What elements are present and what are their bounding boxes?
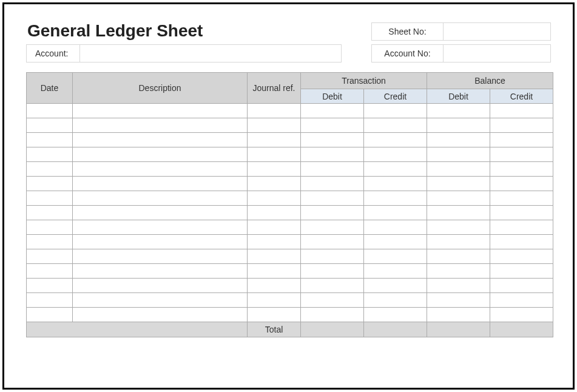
cell-date[interactable] — [27, 249, 73, 264]
cell-description[interactable] — [73, 249, 248, 264]
cell-txCredit[interactable] — [364, 118, 427, 133]
cell-ref[interactable] — [248, 206, 301, 220]
cell-date[interactable] — [27, 279, 73, 293]
cell-balCredit[interactable] — [490, 147, 553, 162]
cell-txDebit[interactable] — [301, 118, 364, 133]
cell-txCredit[interactable] — [364, 177, 427, 191]
cell-balCredit[interactable] — [490, 162, 553, 177]
cell-description[interactable] — [73, 147, 248, 162]
cell-description[interactable] — [73, 118, 248, 133]
cell-balCredit[interactable] — [490, 279, 553, 293]
cell-txCredit[interactable] — [364, 293, 427, 308]
cell-ref[interactable] — [248, 264, 301, 279]
cell-balDebit[interactable] — [427, 177, 490, 191]
cell-balDebit[interactable] — [427, 249, 490, 264]
cell-txDebit[interactable] — [301, 206, 364, 220]
cell-txDebit[interactable] — [301, 308, 364, 322]
cell-balCredit[interactable] — [490, 133, 553, 147]
cell-txCredit[interactable] — [364, 133, 427, 147]
cell-txCredit[interactable] — [364, 220, 427, 235]
cell-txDebit[interactable] — [301, 264, 364, 279]
cell-balDebit[interactable] — [427, 162, 490, 177]
cell-balCredit[interactable] — [490, 104, 553, 118]
cell-txDebit[interactable] — [301, 235, 364, 249]
cell-balCredit[interactable] — [490, 249, 553, 264]
cell-date[interactable] — [27, 191, 73, 206]
cell-txDebit[interactable] — [301, 191, 364, 206]
cell-ref[interactable] — [248, 235, 301, 249]
cell-description[interactable] — [73, 162, 248, 177]
cell-balCredit[interactable] — [490, 118, 553, 133]
cell-txCredit[interactable] — [364, 104, 427, 118]
cell-description[interactable] — [73, 177, 248, 191]
cell-balCredit[interactable] — [490, 293, 553, 308]
cell-description[interactable] — [73, 191, 248, 206]
cell-date[interactable] — [27, 264, 73, 279]
cell-ref[interactable] — [248, 118, 301, 133]
cell-txDebit[interactable] — [301, 220, 364, 235]
cell-txCredit[interactable] — [364, 162, 427, 177]
cell-balDebit[interactable] — [427, 235, 490, 249]
cell-balDebit[interactable] — [427, 191, 490, 206]
cell-date[interactable] — [27, 162, 73, 177]
cell-ref[interactable] — [248, 162, 301, 177]
cell-balDebit[interactable] — [427, 104, 490, 118]
cell-ref[interactable] — [248, 177, 301, 191]
cell-description[interactable] — [73, 235, 248, 249]
cell-balCredit[interactable] — [490, 191, 553, 206]
cell-ref[interactable] — [248, 147, 301, 162]
cell-description[interactable] — [73, 133, 248, 147]
cell-txCredit[interactable] — [364, 235, 427, 249]
cell-balCredit[interactable] — [490, 177, 553, 191]
cell-description[interactable] — [73, 220, 248, 235]
cell-date[interactable] — [27, 206, 73, 220]
cell-ref[interactable] — [248, 104, 301, 118]
cell-balCredit[interactable] — [490, 235, 553, 249]
cell-ref[interactable] — [248, 191, 301, 206]
cell-description[interactable] — [73, 264, 248, 279]
cell-balCredit[interactable] — [490, 206, 553, 220]
cell-balDebit[interactable] — [427, 206, 490, 220]
cell-balDebit[interactable] — [427, 293, 490, 308]
cell-balDebit[interactable] — [427, 133, 490, 147]
cell-balCredit[interactable] — [490, 264, 553, 279]
cell-ref[interactable] — [248, 249, 301, 264]
cell-date[interactable] — [27, 118, 73, 133]
cell-txCredit[interactable] — [364, 191, 427, 206]
cell-txDebit[interactable] — [301, 293, 364, 308]
cell-date[interactable] — [27, 293, 73, 308]
cell-txCredit[interactable] — [364, 264, 427, 279]
cell-date[interactable] — [27, 133, 73, 147]
cell-txDebit[interactable] — [301, 147, 364, 162]
cell-ref[interactable] — [248, 308, 301, 322]
cell-txCredit[interactable] — [364, 147, 427, 162]
cell-date[interactable] — [27, 147, 73, 162]
cell-ref[interactable] — [248, 293, 301, 308]
cell-ref[interactable] — [248, 220, 301, 235]
cell-date[interactable] — [27, 177, 73, 191]
cell-date[interactable] — [27, 104, 73, 118]
cell-ref[interactable] — [248, 133, 301, 147]
sheet-no-value[interactable] — [444, 23, 550, 40]
cell-txDebit[interactable] — [301, 133, 364, 147]
cell-description[interactable] — [73, 279, 248, 293]
cell-description[interactable] — [73, 308, 248, 322]
cell-txCredit[interactable] — [364, 308, 427, 322]
cell-txCredit[interactable] — [364, 206, 427, 220]
cell-balDebit[interactable] — [427, 220, 490, 235]
cell-date[interactable] — [27, 235, 73, 249]
cell-txDebit[interactable] — [301, 104, 364, 118]
cell-balDebit[interactable] — [427, 308, 490, 322]
cell-balCredit[interactable] — [490, 308, 553, 322]
cell-balDebit[interactable] — [427, 264, 490, 279]
cell-balDebit[interactable] — [427, 118, 490, 133]
account-value[interactable] — [80, 45, 341, 62]
account-no-value[interactable] — [444, 45, 550, 62]
cell-txDebit[interactable] — [301, 279, 364, 293]
cell-txDebit[interactable] — [301, 162, 364, 177]
cell-balCredit[interactable] — [490, 220, 553, 235]
cell-txDebit[interactable] — [301, 249, 364, 264]
cell-description[interactable] — [73, 206, 248, 220]
cell-txCredit[interactable] — [364, 279, 427, 293]
cell-txCredit[interactable] — [364, 249, 427, 264]
